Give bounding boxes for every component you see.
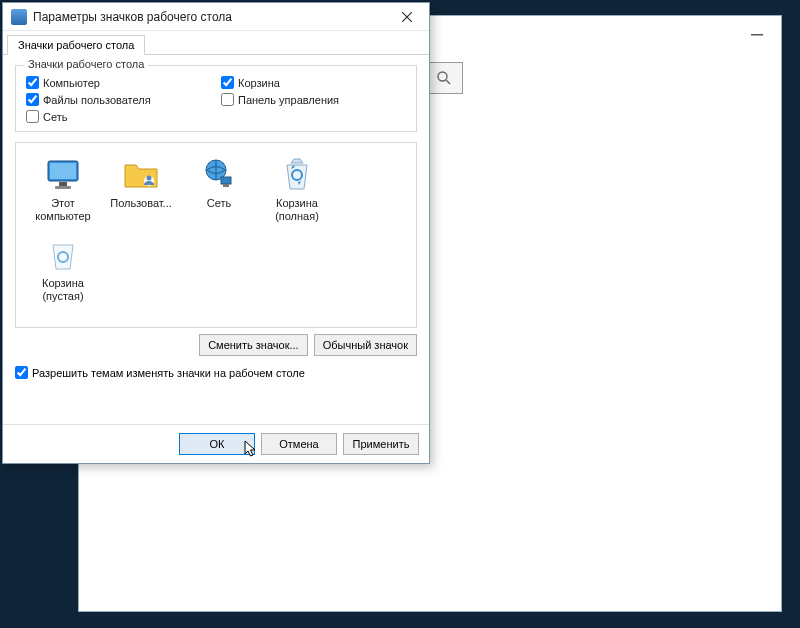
icon-recycle-full[interactable]: Корзина (полная) bbox=[258, 151, 336, 231]
tab-strip: Значки рабочего стола bbox=[3, 33, 429, 55]
checkbox-computer[interactable]: Компьютер bbox=[26, 76, 211, 89]
icon-user-files-label: Пользоват... bbox=[110, 197, 172, 210]
checkbox-network[interactable]: Сеть bbox=[26, 110, 211, 123]
checkbox-control[interactable]: Панель управления bbox=[221, 93, 406, 106]
icon-this-pc[interactable]: Этот компьютер bbox=[24, 151, 102, 231]
apply-button[interactable]: Применить bbox=[343, 433, 419, 455]
svg-line-2 bbox=[446, 80, 450, 84]
recycle-full-icon bbox=[277, 155, 317, 195]
monitor-icon bbox=[43, 155, 83, 195]
icon-recycle-empty-label: Корзина (пустая) bbox=[24, 277, 102, 302]
checkbox-control-input[interactable] bbox=[221, 93, 234, 106]
ok-button[interactable]: ОК bbox=[179, 433, 255, 455]
close-button[interactable] bbox=[391, 6, 423, 28]
icon-network-label: Сеть bbox=[207, 197, 231, 210]
checkbox-computer-label: Компьютер bbox=[43, 77, 100, 89]
checkbox-recycle-label: Корзина bbox=[238, 77, 280, 89]
svg-rect-0 bbox=[751, 34, 763, 36]
dialog-body: Значки рабочего стола Компьютер Корзина … bbox=[3, 55, 429, 424]
svg-rect-6 bbox=[50, 163, 76, 179]
dialog-titlebar: Параметры значков рабочего стола bbox=[3, 3, 429, 31]
checkbox-network-label: Сеть bbox=[43, 111, 67, 123]
icon-this-pc-label: Этот компьютер bbox=[24, 197, 102, 222]
minimize-button[interactable] bbox=[743, 24, 773, 36]
svg-rect-8 bbox=[55, 186, 71, 189]
checkbox-userfiles[interactable]: Файлы пользователя bbox=[26, 93, 211, 106]
checkbox-recycle-input[interactable] bbox=[221, 76, 234, 89]
checkbox-userfiles-input[interactable] bbox=[26, 93, 39, 106]
default-icon-button[interactable]: Обычный значок bbox=[314, 334, 417, 356]
globe-network-icon bbox=[199, 155, 239, 195]
svg-rect-7 bbox=[59, 182, 67, 186]
allow-themes-input[interactable] bbox=[15, 366, 28, 379]
dialog-title: Параметры значков рабочего стола bbox=[33, 10, 391, 24]
icon-recycle-empty[interactable]: Корзина (пустая) bbox=[24, 231, 102, 311]
svg-rect-12 bbox=[221, 177, 231, 184]
icon-network[interactable]: Сеть bbox=[180, 151, 258, 231]
svg-point-1 bbox=[438, 72, 447, 81]
change-icon-button[interactable]: Сменить значок... bbox=[199, 334, 308, 356]
recycle-empty-icon bbox=[43, 235, 83, 275]
checkbox-control-label: Панель управления bbox=[238, 94, 339, 106]
icon-user-files[interactable]: Пользоват... bbox=[102, 151, 180, 231]
dialog-footer: ОК Отмена Применить bbox=[3, 424, 429, 463]
search-icon bbox=[436, 70, 452, 86]
icon-recycle-full-label: Корзина (полная) bbox=[258, 197, 336, 222]
checkbox-computer-input[interactable] bbox=[26, 76, 39, 89]
folder-user-icon bbox=[121, 155, 161, 195]
checkbox-userfiles-label: Файлы пользователя bbox=[43, 94, 151, 106]
dialog-icon bbox=[11, 9, 27, 25]
allow-themes-checkbox[interactable]: Разрешить темам изменять значки на рабоч… bbox=[15, 366, 417, 379]
checkbox-groupbox: Значки рабочего стола Компьютер Корзина … bbox=[15, 65, 417, 132]
desktop-icons-dialog: Параметры значков рабочего стола Значки … bbox=[2, 2, 430, 464]
checkbox-network-input[interactable] bbox=[26, 110, 39, 123]
svg-rect-13 bbox=[223, 184, 229, 187]
cancel-button[interactable]: Отмена bbox=[261, 433, 337, 455]
icon-preview-box: Этот компьютер Пользоват... Сеть bbox=[15, 142, 417, 328]
svg-point-10 bbox=[147, 176, 152, 181]
allow-themes-label: Разрешить темам изменять значки на рабоч… bbox=[32, 367, 305, 379]
checkbox-recycle[interactable]: Корзина bbox=[221, 76, 406, 89]
tab-desktop-icons[interactable]: Значки рабочего стола bbox=[7, 35, 145, 55]
groupbox-label: Значки рабочего стола bbox=[24, 58, 148, 70]
